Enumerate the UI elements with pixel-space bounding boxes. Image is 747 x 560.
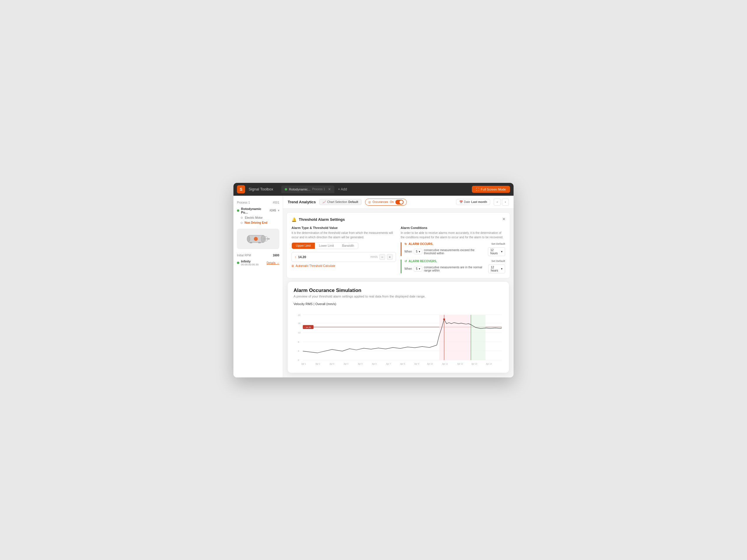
svg-text:Apr 8: Apr 8 — [400, 363, 405, 365]
tab-lower-limit[interactable]: Lower Limit — [315, 243, 338, 249]
alarm-occurs-section: ↻ ALARM OCCURS, Set Default When 5 ▾ — [401, 242, 505, 256]
infinity-label: Infinity — [241, 260, 259, 263]
prev-button[interactable]: ‹ — [494, 198, 501, 206]
calendar-icon: 📅 — [459, 201, 463, 204]
conditions-title: Alarm Conditions — [401, 226, 505, 230]
alarm-occurs-text: consecutive measurements exceed the thre… — [424, 248, 486, 255]
trend-bar: Trend Analytics 📈 Chart Selection Defaul… — [283, 196, 514, 209]
svg-text:Apr 6: Apr 6 — [372, 363, 377, 365]
select-chevron-icon: ▾ — [419, 250, 420, 253]
tab-label: Rotodynamic... — [289, 188, 310, 191]
alarm-occurs-count-select[interactable]: 5 ▾ — [414, 249, 422, 254]
rpm-label: Initial RPM — [237, 254, 251, 257]
electric-motor-label: Electric Motor — [245, 216, 263, 219]
machine-status-dot — [237, 209, 239, 212]
occurance-label: Occurances — [372, 201, 388, 204]
svg-text:Apr 13: Apr 13 — [471, 363, 477, 365]
threshold-modal: 🔔 Threshold Alarm Settings ✕ Alarm Type … — [287, 212, 510, 278]
svg-text:8: 8 — [298, 340, 299, 343]
gear-icon: ⚙ — [240, 216, 243, 219]
hours-chevron-icon: ▾ — [501, 250, 503, 253]
svg-text:Apr 10: Apr 10 — [427, 363, 433, 365]
sidebar-machine[interactable]: Rotodynamic Pu... #245 ▾ — [233, 206, 283, 215]
increment-button[interactable]: + — [387, 254, 393, 260]
alarm-recovers-section: ↺ ALARM RECOVERS, Set Default When 5 ▾ — [401, 260, 505, 273]
alarm-recovers-hours: 12 hours — [491, 266, 500, 272]
unit-label: mm/s — [370, 255, 378, 259]
svg-text:Apr 12: Apr 12 — [457, 363, 463, 365]
sidebar-rpm: Initial RPM 1600 — [233, 252, 283, 258]
svg-point-2 — [247, 236, 250, 242]
alarm-occurs-set-default[interactable]: Set Default — [491, 242, 505, 245]
svg-rect-26 — [471, 315, 486, 360]
occurance-toggle[interactable] — [395, 200, 404, 205]
tab-close-icon[interactable]: ✕ — [328, 187, 331, 191]
tab-dot — [285, 188, 287, 190]
modal-close-button[interactable]: ✕ — [502, 217, 506, 221]
add-tab-button[interactable]: + Add — [336, 186, 349, 192]
svg-rect-9 — [258, 242, 261, 243]
hours-chevron2-icon: ▾ — [501, 267, 503, 270]
select-chevron2-icon: ▾ — [419, 267, 420, 270]
alarm-recovers-label: ALARM RECOVERS, — [409, 260, 437, 263]
alarm-conditions-section: Alarm Conditions In order to be able to … — [401, 226, 505, 273]
modal-title: Threshold Alarm Settings — [299, 217, 345, 222]
alarm-recovers-hours-select[interactable]: 12 hours ▾ — [488, 265, 505, 273]
main-content: Process 1 #001 Rotodynamic Pu... #245 ▾ … — [233, 196, 514, 377]
next-button[interactable]: › — [502, 198, 509, 206]
alarm-type-title: Alarm Type & Threshold Value — [291, 226, 396, 230]
limit-tabs: Upper Limit Lower Limit Banwidth — [291, 242, 358, 249]
svg-text:20: 20 — [298, 314, 300, 316]
chart-area: 0 4 8 12 16 20 — [293, 309, 503, 367]
tab-bar: Rotodynamic... Process 1 ✕ + Add — [281, 186, 468, 193]
infinity-time: 00:00:00:00:30 — [241, 263, 259, 266]
header: S Signal Toolbox Rotodynamic... Process … — [233, 183, 514, 196]
date-chip[interactable]: 📅 Date Last month — [456, 199, 490, 205]
fullscreen-button[interactable]: ⛶ Full Screen Mode — [472, 186, 510, 193]
app-title: Signal Toolbox — [249, 187, 273, 191]
svg-text:Apr 11: Apr 11 — [442, 363, 448, 365]
svg-text:12: 12 — [298, 331, 300, 334]
up-arrow-icon: ↑ — [295, 255, 297, 259]
tab-rotodynamic[interactable]: Rotodynamic... Process 1 ✕ — [281, 186, 334, 193]
svg-text:Apr 2: Apr 2 — [315, 363, 320, 365]
alarm-occurs-condition: When 5 ▾ consecutive measurements exceed… — [405, 247, 505, 256]
occurance-chip[interactable]: ◎ Occurances On — [365, 198, 407, 206]
non-driving-end-label: Non Driving End — [244, 221, 267, 224]
machine-id: #245 — [269, 209, 276, 212]
chart-chip-value: Default — [349, 201, 358, 204]
sidebar-item-non-driving-end[interactable]: ◇ Non Driving End — [233, 220, 283, 225]
alarm-occurs-hours: 12 hours — [490, 248, 500, 255]
svg-text:Apr 4: Apr 4 — [344, 363, 349, 365]
alarm-recovers-set-default[interactable]: Set Default — [491, 260, 505, 263]
chart-desc: A preview of your threshold alarm settin… — [293, 295, 503, 298]
svg-rect-7 — [267, 238, 269, 239]
fullscreen-icon: ⛶ — [476, 188, 479, 191]
sidebar-item-electric-motor[interactable]: ⚙ Electric Motor — [233, 215, 283, 220]
threshold-value-input[interactable] — [298, 255, 369, 259]
chart-selection-chip[interactable]: 📈 Chart Selection Default — [319, 199, 361, 205]
decrement-button[interactable]: − — [379, 254, 385, 260]
process-id: #001 — [273, 201, 279, 204]
trend-title: Trend Analytics — [288, 200, 316, 204]
rpm-value: 1600 — [273, 254, 279, 257]
alarm-occurs-hours-select[interactable]: 12 hours ▾ — [488, 247, 506, 256]
app-logo: S — [237, 185, 245, 193]
svg-text:Apr 1: Apr 1 — [302, 363, 306, 365]
modal-grid: Alarm Type & Threshold Value It is the d… — [291, 226, 505, 273]
svg-text:0: 0 — [298, 359, 299, 362]
occurance-state: On — [390, 201, 394, 204]
tab-bandwidth[interactable]: Banwidth — [338, 243, 358, 249]
alarm-recovers-count-select[interactable]: 5 ▾ — [414, 266, 422, 271]
alarm-recovers-when: When — [405, 267, 412, 270]
tab-upper-limit[interactable]: Upper Limit — [292, 243, 315, 249]
auto-calc-button[interactable]: ⊞ Automatic Threshold Calculate — [291, 264, 396, 267]
details-link[interactable]: Details → — [267, 261, 279, 265]
chart-chip-label: Chart Selection — [327, 201, 347, 204]
svg-text:Apr 5: Apr 5 — [358, 363, 362, 365]
svg-text:Apr 14: Apr 14 — [486, 363, 492, 365]
fullscreen-label: Full Screen Mode — [481, 188, 506, 191]
chart-icon: 📈 — [323, 201, 326, 204]
infinity-dot — [237, 262, 239, 264]
sidebar-process: Process 1 #001 — [233, 199, 283, 206]
